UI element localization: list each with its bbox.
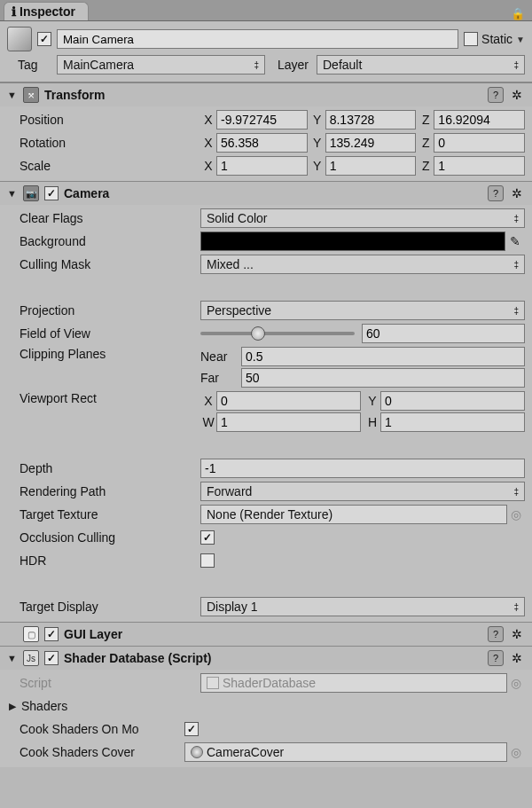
script-field: ShaderDatabase <box>200 673 507 693</box>
camera-enabled-checkbox[interactable] <box>44 186 59 200</box>
scale-y-field[interactable] <box>325 156 417 176</box>
object-picker-icon[interactable]: ◎ <box>507 745 525 759</box>
near-label: Near <box>200 349 241 364</box>
gui-layer-enabled-checkbox[interactable] <box>44 627 59 641</box>
target-texture-label: Target Texture <box>7 507 200 522</box>
far-field[interactable] <box>241 368 525 388</box>
foldout-toggle[interactable]: ▼ <box>7 90 18 100</box>
transform-icon: ⤧ <box>23 87 39 103</box>
tab-bar: ℹ Inspector 🔒 <box>0 0 532 21</box>
scale-label: Scale <box>7 159 200 173</box>
fov-slider[interactable] <box>200 332 355 335</box>
projection-label: Projection <box>7 303 200 318</box>
hdr-label: HDR <box>7 553 200 568</box>
chevron-down-icon: ‡ <box>254 60 259 70</box>
target-texture-field[interactable]: None (Render Texture) <box>200 505 507 524</box>
fov-slider-thumb[interactable] <box>251 326 265 341</box>
clear-flags-label: Clear Flags <box>7 211 200 225</box>
cook-on-mo-checkbox[interactable] <box>184 722 199 736</box>
occlusion-culling-checkbox[interactable] <box>200 530 215 545</box>
tag-label: Tag <box>18 58 51 72</box>
foldout-toggle[interactable]: ▼ <box>7 653 18 663</box>
scale-z-field[interactable] <box>434 156 525 176</box>
object-header: Static ▼ Tag MainCamera ‡ Layer Default … <box>0 21 532 82</box>
cook-cover-label: Cook Shaders Cover <box>7 745 184 759</box>
gear-icon[interactable]: ✲ <box>509 626 525 642</box>
script-icon: Js <box>23 650 39 666</box>
viewport-rect-label: Viewport Rect <box>7 391 200 405</box>
viewport-x-field[interactable] <box>216 391 361 411</box>
culling-mask-label: Culling Mask <box>7 257 200 271</box>
occlusion-culling-label: Occlusion Culling <box>7 530 200 545</box>
viewport-y-field[interactable] <box>380 391 525 411</box>
transform-component: ▼ ⤧ Transform ? ✲ Position X Y Z Rotatio… <box>0 82 532 181</box>
gear-icon[interactable]: ✲ <box>509 185 525 201</box>
shaders-label: Shaders <box>20 699 71 713</box>
background-color-field[interactable] <box>200 231 505 251</box>
rotation-label: Rotation <box>7 136 200 150</box>
shaders-foldout[interactable]: ▶ <box>9 701 20 712</box>
target-display-label: Target Display <box>7 600 200 614</box>
viewport-w-field[interactable] <box>216 412 361 432</box>
script-file-icon <box>207 677 219 689</box>
rotation-x-field[interactable] <box>216 133 308 153</box>
script-label: Script <box>7 676 200 690</box>
static-checkbox[interactable] <box>464 32 478 46</box>
clear-flags-dropdown[interactable]: Solid Color‡ <box>200 208 525 228</box>
cook-cover-field[interactable]: CameraCover <box>184 742 507 762</box>
help-icon[interactable]: ? <box>488 626 504 642</box>
tab-title: Inspector <box>20 4 75 19</box>
static-dropdown-arrow[interactable]: ▼ <box>516 35 525 44</box>
culling-mask-dropdown[interactable]: Mixed ...‡ <box>200 255 525 274</box>
camera-component: ▼ 📷 Camera ? ✲ Clear Flags Solid Color‡ … <box>0 181 532 622</box>
foldout-toggle[interactable]: ▼ <box>7 188 18 199</box>
depth-label: Depth <box>7 461 200 475</box>
gear-icon[interactable]: ✲ <box>509 87 525 103</box>
static-label: Static <box>481 32 512 46</box>
layer-dropdown[interactable]: Default ‡ <box>317 55 525 75</box>
position-y-field[interactable] <box>325 110 417 129</box>
gui-layer-component: ▼ ▢ GUI Layer ? ✲ <box>0 622 532 646</box>
transform-title: Transform <box>44 88 482 102</box>
projection-dropdown[interactable]: Perspective‡ <box>200 301 525 320</box>
shader-database-component: ▼ Js Shader Database (Script) ? ✲ Script… <box>0 646 532 767</box>
camera-title: Camera <box>64 186 482 200</box>
gameobject-icon[interactable] <box>7 27 32 51</box>
gear-icon[interactable]: ✲ <box>509 650 525 666</box>
scale-x-field[interactable] <box>216 156 308 176</box>
rendering-path-label: Rendering Path <box>7 484 200 498</box>
rotation-z-field[interactable] <box>434 133 525 153</box>
layer-label: Layer <box>278 58 311 72</box>
shader-db-enabled-checkbox[interactable] <box>44 651 59 665</box>
hdr-checkbox[interactable] <box>200 553 215 568</box>
help-icon[interactable]: ? <box>488 650 504 666</box>
viewport-h-field[interactable] <box>380 412 525 432</box>
tag-dropdown[interactable]: MainCamera ‡ <box>57 55 265 75</box>
background-label: Background <box>7 234 200 248</box>
fov-label: Field of View <box>7 326 200 341</box>
gui-layer-title: GUI Layer <box>64 627 482 641</box>
help-icon[interactable]: ? <box>488 87 504 103</box>
inspector-panel: ℹ Inspector 🔒 Static ▼ Tag MainCamera ‡ … <box>0 0 532 767</box>
gameobject-ref-icon <box>191 746 203 758</box>
rendering-path-dropdown[interactable]: Forward‡ <box>200 482 525 501</box>
position-z-field[interactable] <box>434 110 525 129</box>
object-picker-icon[interactable]: ◎ <box>507 676 525 690</box>
position-x-field[interactable] <box>216 110 308 129</box>
active-checkbox[interactable] <box>37 32 51 46</box>
rotation-y-field[interactable] <box>325 133 417 153</box>
clipping-planes-label: Clipping Planes <box>7 347 200 361</box>
camera-icon: 📷 <box>23 185 39 201</box>
fov-value-field[interactable] <box>362 324 525 343</box>
near-field[interactable] <box>241 347 525 366</box>
shader-db-title: Shader Database (Script) <box>64 651 482 665</box>
object-picker-icon[interactable]: ◎ <box>507 507 525 522</box>
inspector-tab[interactable]: ℹ Inspector <box>4 2 89 20</box>
target-display-dropdown[interactable]: Display 1‡ <box>200 597 525 616</box>
cook-on-mo-label: Cook Shaders On Mo <box>7 722 184 736</box>
eyedropper-icon[interactable]: ✎ <box>505 234 525 248</box>
depth-field[interactable] <box>200 459 525 478</box>
object-name-field[interactable] <box>57 29 458 49</box>
lock-icon[interactable]: 🔒 <box>511 7 525 20</box>
help-icon[interactable]: ? <box>488 185 504 201</box>
